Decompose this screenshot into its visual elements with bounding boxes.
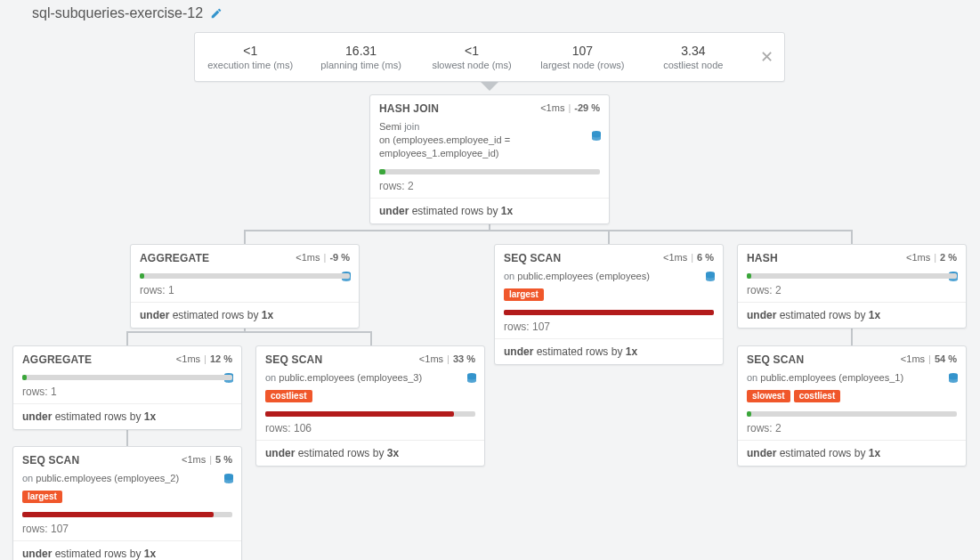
rows-count: rows: 1 xyxy=(13,386,241,403)
stat-value: <1 xyxy=(420,44,523,58)
node-meta: <1ms|-29 % xyxy=(540,102,600,113)
node-header: HASH JOIN <1ms|-29 % xyxy=(370,95,609,120)
edit-title-icon[interactable] xyxy=(210,7,223,20)
database-icon xyxy=(223,474,234,486)
estimate-note: under estimated rows by 1x xyxy=(13,541,241,560)
node-description: on public.employees (employees_1) xyxy=(738,371,966,390)
node-description: on public.employees (employees) xyxy=(495,270,723,288)
rows-bar xyxy=(22,512,232,517)
node-hash-join[interactable]: HASH JOIN <1ms|-29 % Semi join on (emplo… xyxy=(369,94,610,224)
page-title: sql-subqueries-exercise-12 xyxy=(32,5,203,21)
rows-count: rows: 106 xyxy=(256,422,484,440)
database-icon xyxy=(466,373,477,386)
node-badges: largest xyxy=(495,288,723,306)
node-description: on public.employees (employees_3) xyxy=(256,371,484,390)
node-seq-scan[interactable]: SEQ SCAN <1ms|33 % on public.employees (… xyxy=(255,345,485,467)
rows-count: rows: 107 xyxy=(13,523,241,540)
rows-count: rows: 1 xyxy=(131,284,359,302)
rows-bar xyxy=(22,375,232,380)
badge-largest: largest xyxy=(504,288,544,301)
stat-slowest: <1 slowest node (ms) xyxy=(417,38,527,76)
close-stats-icon[interactable]: ✕ xyxy=(749,47,784,67)
node-time: <1ms xyxy=(419,353,443,364)
node-pct: 2 % xyxy=(940,252,957,263)
estimate-note: under estimated rows by 1x xyxy=(495,339,723,364)
node-seq-scan[interactable]: SEQ SCAN <1ms|54 % on public.employees (… xyxy=(737,345,967,467)
node-hash[interactable]: HASH <1ms|2 % rows: 2 under estimated ro… xyxy=(737,244,967,329)
node-time: <1ms xyxy=(176,353,200,364)
node-badges: costliest xyxy=(256,390,484,408)
connector xyxy=(126,331,372,333)
node-time: <1ms xyxy=(182,454,206,465)
node-aggregate[interactable]: AGGREGATE <1ms|12 % rows: 1 under estima… xyxy=(12,345,242,430)
node-pct: 5 % xyxy=(215,454,232,465)
node-aggregate[interactable]: AGGREGATE <1ms|-9 % rows: 1 under estima… xyxy=(130,244,360,329)
node-seq-scan[interactable]: SEQ SCAN <1ms|6 % on public.employees (e… xyxy=(494,244,724,365)
estimate-note: under estimated rows by 1x xyxy=(370,199,609,223)
node-name: HASH JOIN xyxy=(379,102,439,115)
node-header: SEQ SCAN <1ms|33 % xyxy=(256,346,484,371)
node-description: on public.employees (employees_2) xyxy=(13,472,241,491)
rows-bar xyxy=(747,273,957,279)
node-badges: slowestcostliest xyxy=(738,390,966,408)
badge-largest: largest xyxy=(22,491,62,503)
node-pct: 54 % xyxy=(935,353,957,364)
rows-bar xyxy=(747,411,957,417)
stat-label: execution time (ms) xyxy=(198,60,302,70)
stat-plan-time: 16.31 planning time (ms) xyxy=(305,38,416,76)
estimate-note: under estimated rows by 1x xyxy=(131,303,359,328)
connector xyxy=(244,230,246,244)
stat-value: <1 xyxy=(198,44,302,58)
node-pct: 33 % xyxy=(453,353,475,364)
node-header: SEQ SCAN <1ms|54 % xyxy=(738,346,966,371)
node-name: AGGREGATE xyxy=(140,252,209,264)
database-icon xyxy=(948,373,959,386)
stat-value: 107 xyxy=(530,44,634,58)
database-icon xyxy=(705,272,716,284)
node-meta: <1ms|5 % xyxy=(182,454,232,465)
node-header: SEQ SCAN <1ms|5 % xyxy=(13,447,241,472)
node-meta: <1ms|12 % xyxy=(176,353,232,364)
node-header: AGGREGATE <1ms|-9 % xyxy=(131,245,359,270)
rows-count: rows: 2 xyxy=(370,180,609,198)
rows-bar xyxy=(140,273,350,279)
node-meta: <1ms|2 % xyxy=(906,252,957,263)
node-time: <1ms xyxy=(906,252,930,263)
connector xyxy=(244,230,853,231)
stat-largest: 107 largest node (rows) xyxy=(527,38,637,76)
connector xyxy=(126,331,128,345)
estimate-note: under estimated rows by 1x xyxy=(13,404,241,429)
badge-costliest: costliest xyxy=(794,390,841,402)
plan-page: sql-subqueries-exercise-12 <1 execution … xyxy=(0,0,980,560)
connector xyxy=(608,230,610,244)
stat-value: 3.34 xyxy=(642,44,745,58)
rows-bar xyxy=(265,411,475,417)
rows-bar xyxy=(379,169,600,174)
stat-label: costliest node xyxy=(642,60,745,70)
connector xyxy=(370,331,372,345)
stat-value: 16.31 xyxy=(309,44,412,58)
estimate-note: under estimated rows by 1x xyxy=(738,303,966,328)
stat-label: planning time (ms) xyxy=(309,60,412,70)
node-pct: -9 % xyxy=(329,252,350,263)
node-pct: 6 % xyxy=(697,252,714,263)
node-header: AGGREGATE <1ms|12 % xyxy=(13,346,241,371)
rows-bar xyxy=(504,310,714,315)
node-time: <1ms xyxy=(540,102,564,113)
node-name: AGGREGATE xyxy=(22,353,92,366)
rows-count: rows: 2 xyxy=(738,284,966,302)
node-pct: -29 % xyxy=(574,102,600,113)
node-description: Semi join on (employees.employee_id = em… xyxy=(370,120,609,166)
node-seq-scan[interactable]: SEQ SCAN <1ms|5 % on public.employees (e… xyxy=(12,446,242,560)
node-meta: <1ms|54 % xyxy=(901,353,957,364)
arrow-down-icon xyxy=(481,82,498,91)
node-header: SEQ SCAN <1ms|6 % xyxy=(495,245,723,270)
badge-slowest: slowest xyxy=(747,390,790,402)
stat-label: largest node (rows) xyxy=(530,60,634,70)
node-time: <1ms xyxy=(901,353,925,364)
stat-exec-time: <1 execution time (ms) xyxy=(195,38,305,76)
node-name: SEQ SCAN xyxy=(22,454,79,467)
estimate-note: under estimated rows by 1x xyxy=(738,441,966,466)
connector xyxy=(851,230,853,244)
stat-costliest: 3.34 costliest node xyxy=(638,38,749,76)
